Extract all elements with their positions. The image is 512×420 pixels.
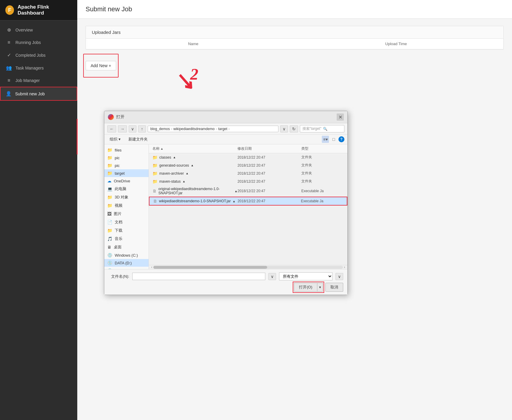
annotation-label-2: 2 (190, 65, 199, 83)
dialog-titlebar: 打开 ✕ (104, 111, 347, 123)
dialog-close-button[interactable]: ✕ (337, 113, 344, 121)
page-title: Submit new Job (86, 5, 504, 13)
dialog-sidebar-item-3dobj-label: 3D 对象 (115, 195, 128, 200)
dialog-sidebar-item-pics-label: 图片 (114, 211, 122, 217)
file-type-generated-sources: 文件夹 (301, 163, 344, 168)
toolbar-dropdown-button[interactable]: ∨ (129, 125, 136, 132)
file-row-maven-status[interactable]: 📁 maven-status 2018/12/22 20:47 文件夹 (149, 177, 347, 185)
dialog-sidebar-item-recovery-e[interactable]: 💿 RECOVERY (E:) (104, 267, 149, 269)
jars-table-header: Name Upload Time (86, 39, 503, 49)
toolbar-back-button[interactable]: ← (107, 125, 116, 132)
file-date-classes: 2018/12/22 20:47 (237, 155, 301, 160)
search-bar[interactable]: 搜索"target" 🔍 (300, 125, 344, 132)
folder-icon: 📁 (107, 203, 112, 208)
view-grid-button[interactable]: □ (330, 136, 337, 143)
submit-job-icon: 👤 (6, 91, 12, 97)
footer-filetype-select[interactable]: 所有文件 (279, 272, 333, 280)
sidebar-header: F Apache Flink Dashboard (0, 0, 77, 20)
dialog-sidebar-item-windows-c[interactable]: 💿 Windows (C:) (104, 251, 149, 259)
hscroll-left-arrow[interactable]: ‹ (150, 266, 153, 269)
sidebar-item-submit-new-job-label: Submit new Job (15, 91, 45, 96)
file-row-original-jar[interactable]: 🗎 original-wikipediaeditsdreamdemo-1.0-S… (149, 185, 347, 197)
toolbar-up-button[interactable]: ↑ (138, 125, 146, 132)
footer-filename-row: 文件名(N): ∨ 所有文件 ∨ (108, 272, 343, 280)
file-type-original-jar: Executable Ja (301, 189, 344, 193)
job-manager-icon: ≡ (6, 78, 12, 83)
search-icon: 🔍 (323, 127, 327, 131)
sidebar-item-job-manager[interactable]: ≡ Job Manager (0, 74, 77, 87)
search-placeholder-text: 搜索"target" (303, 126, 321, 131)
dialog-sidebar-item-thispc-label: 此电脑 (115, 186, 126, 192)
open-button-dropdown[interactable]: ▾ (317, 283, 323, 292)
dialog-sidebar-item-pic2-label: pic (115, 163, 120, 168)
sidebar-item-task-managers[interactable]: 👥 Task Managers (0, 61, 77, 74)
open-button-group: 打开(O) ▾ (294, 283, 323, 292)
sidebar-item-task-managers-label: Task Managers (15, 66, 44, 70)
hscroll-thumb[interactable] (153, 266, 267, 269)
address-dropdown-button[interactable]: ∨ (280, 125, 288, 132)
section-title-uploaded-jars: Uploaded Jars (86, 26, 503, 39)
dialog-sidebar-item-thispc[interactable]: 💻 此电脑 (104, 185, 149, 193)
music-icon: 🎵 (107, 236, 112, 241)
dialog-sidebar-item-files[interactable]: 📁 files (104, 146, 149, 154)
help-button[interactable]: ? (338, 136, 344, 142)
dialog-sidebar-item-pics[interactable]: 🖼 图片 (104, 210, 149, 218)
footer-filetype-dropdown[interactable]: ∨ (335, 273, 343, 280)
dialog-sidebar-item-downloads[interactable]: 📁 下载 (104, 226, 149, 235)
sidebar-item-overview[interactable]: ⊕ Overview (0, 23, 77, 36)
file-date-maven-status: 2018/12/22 20:47 (237, 179, 301, 184)
dialog-sidebar-item-music[interactable]: 🎵 音乐 (104, 235, 149, 243)
address-part-target: target (218, 127, 227, 131)
dialog-toolbar: ← → ∨ ↑ blog_demos › wikipediaeditsdream… (104, 123, 347, 135)
docs-icon: 📄 (107, 220, 112, 225)
add-new-button[interactable]: Add New + (86, 61, 116, 70)
file-date-original-jar: 2018/12/22 20:47 (237, 189, 301, 193)
toolbar-forward-button[interactable]: → (118, 125, 127, 132)
file-row-wikipedia-jar[interactable]: 🗎 wikipediaeditstreamdemo-1.0-SNAPSHOT.j… (149, 197, 347, 206)
sidebar-item-running-jobs[interactable]: ≡ Running Jobs (0, 36, 77, 49)
sidebar-item-submit-new-job[interactable]: 👤 Submit new Job (0, 87, 77, 101)
dialog-sidebar-item-onedrive[interactable]: ☁ OneDrive (104, 177, 149, 185)
footer-filename-dropdown[interactable]: ∨ (268, 273, 276, 280)
dialog-sidebar-item-docs[interactable]: 📄 文档 (104, 218, 149, 226)
toolbar-refresh-button[interactable]: ↻ (290, 125, 298, 132)
dialog-sidebar-item-video[interactable]: 📁 视频 (104, 201, 149, 210)
col-header-filename[interactable]: 名称 (152, 146, 237, 151)
folder-icon: 📁 (107, 148, 112, 152)
folder-icon: 📁 (152, 155, 157, 160)
sidebar-item-completed-jobs[interactable]: ✓ Completed Jobs (0, 49, 77, 61)
col-header-name: Name (92, 42, 295, 46)
file-open-dialog[interactable]: 打开 ✕ ← → ∨ ↑ blog_demos › wikipediaedits… (104, 111, 348, 295)
dialog-sidebar-item-desktop[interactable]: 🖥 桌面 (104, 243, 149, 251)
footer-filename-input[interactable] (132, 273, 265, 280)
hscroll-right-arrow[interactable]: › (343, 266, 346, 269)
app-logo: F (5, 5, 14, 15)
dialog-sidebar-item-pic1[interactable]: 📁 pic (104, 154, 149, 162)
dialog-sidebar-item-pic2[interactable]: 📁 pic (104, 162, 149, 169)
sidebar-item-running-jobs-label: Running Jobs (15, 40, 41, 45)
organize-button[interactable]: 组织 ▾ (107, 136, 123, 143)
cancel-button[interactable]: 取消 (325, 283, 343, 292)
dialog-sidebar-item-data-d[interactable]: 💿 DATA (D:) (104, 259, 149, 267)
address-bar[interactable]: blog_demos › wikipediaeditsdreamdemo › t… (148, 126, 278, 132)
open-button[interactable]: 打开(O) (294, 283, 317, 292)
dialog-sidebar-item-desktop-label: 桌面 (114, 244, 122, 250)
dialog-sidebar-item-3dobj[interactable]: 📁 3D 对象 (104, 193, 149, 201)
horizontal-scrollbar[interactable]: ‹ › (149, 265, 347, 269)
hscroll-track[interactable] (153, 266, 343, 269)
new-folder-button[interactable]: 新建文件夹 (126, 136, 150, 143)
dialog-sidebar: 📁 files 📁 pic 📁 pic 📁 target (104, 144, 149, 269)
file-name-generated-sources: 📁 generated-sources (152, 163, 237, 168)
folder-icon: 📁 (152, 163, 157, 168)
sidebar: F Apache Flink Dashboard ⊕ Overview ≡ Ru… (0, 0, 77, 420)
add-new-wrapper: Add New + (86, 56, 116, 76)
running-jobs-icon: ≡ (6, 40, 12, 45)
view-list-button[interactable]: ≡▾ (322, 136, 329, 143)
dialog-file-list-area: 名称 修改日期 类型 📁 classes 2018/12/22 20:47 (149, 144, 347, 269)
file-date-maven-archiver: 2018/12/22 20:47 (237, 171, 301, 176)
file-row-maven-archiver[interactable]: 📁 maven-archiver 2018/12/22 20:47 文件夹 (149, 169, 347, 177)
file-list-header: 名称 修改日期 类型 (149, 144, 347, 153)
file-row-classes[interactable]: 📁 classes 2018/12/22 20:47 文件夹 (149, 153, 347, 161)
file-row-generated-sources[interactable]: 📁 generated-sources 2018/12/22 20:47 文件夹 (149, 161, 347, 169)
dialog-sidebar-item-target[interactable]: 📁 target (104, 169, 149, 177)
